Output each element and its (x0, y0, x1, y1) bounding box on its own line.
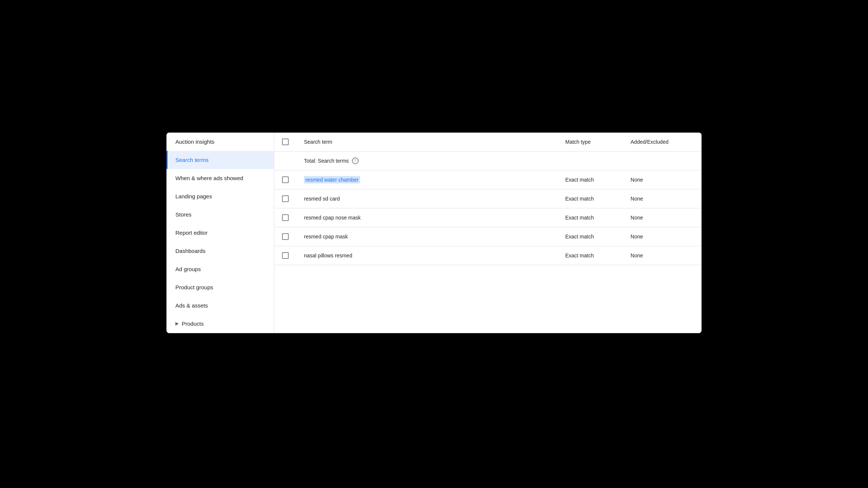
table-row: resmed cpap maskExact matchNone (274, 227, 702, 246)
sidebar-item-stores[interactable]: Stores (166, 205, 274, 224)
select-all-checkbox[interactable] (282, 139, 289, 145)
sidebar-item-label-landing-pages: Landing pages (175, 192, 212, 200)
total-row: Total: Search terms ? (274, 152, 702, 170)
search-term-cell-4: nasal pillows resmed (297, 246, 558, 265)
sidebar-item-label-when-where-ads: When & where ads showed (175, 174, 243, 182)
row-checkbox-4[interactable] (282, 252, 289, 259)
total-added-excluded-cell (623, 152, 702, 170)
total-match-type-cell (558, 152, 623, 170)
sidebar-item-product-groups[interactable]: Product groups (166, 278, 274, 296)
sidebar: Auction insightsSearch termsWhen & where… (166, 133, 274, 333)
sidebar-item-auction-insights[interactable]: Auction insights (166, 133, 274, 151)
row-checkbox-1[interactable] (282, 195, 289, 202)
match-type-cell-3: Exact match (558, 227, 623, 246)
search-term-cell-3: resmed cpap mask (297, 227, 558, 246)
search-term-highlighted: resmed water chamber (304, 176, 360, 183)
help-icon[interactable]: ? (352, 157, 359, 164)
sidebar-item-when-where-ads[interactable]: When & where ads showed (166, 169, 274, 187)
row-checkbox-2[interactable] (282, 214, 289, 221)
row-checkbox-cell-2 (274, 208, 297, 227)
sidebar-item-report-editor[interactable]: Report editor (166, 224, 274, 242)
search-term-column-header: Search term (297, 133, 558, 152)
match-type-cell-4: Exact match (558, 246, 623, 265)
search-term-cell-0: resmed water chamber (297, 170, 558, 189)
total-checkbox-cell (274, 152, 297, 170)
search-term-cell-2: resmed cpap nose mask (297, 208, 558, 227)
sidebar-item-landing-pages[interactable]: Landing pages (166, 187, 274, 205)
search-term-cell-1: resmed sd card (297, 189, 558, 208)
sidebar-item-label-auction-insights: Auction insights (175, 138, 214, 146)
sidebar-item-label-dashboards: Dashboards (175, 247, 205, 255)
row-checkbox-cell-1 (274, 189, 297, 208)
table-row: nasal pillows resmedExact matchNone (274, 246, 702, 265)
total-label-cell: Total: Search terms ? (297, 152, 558, 170)
sidebar-item-ad-groups[interactable]: Ad groups (166, 260, 274, 278)
row-checkbox-3[interactable] (282, 233, 289, 240)
added-excluded-cell-0: None (623, 170, 702, 189)
sidebar-item-ads-assets[interactable]: Ads & assets (166, 296, 274, 315)
added-excluded-cell-3: None (623, 227, 702, 246)
sidebar-item-label-stores: Stores (175, 211, 191, 218)
sidebar-item-label-ads-assets: Ads & assets (175, 302, 208, 309)
search-terms-table: Search term Match type Added/Excluded To… (274, 133, 702, 265)
added-excluded-column-header: Added/Excluded (623, 133, 702, 152)
sidebar-item-label-ad-groups: Ad groups (175, 265, 201, 273)
row-checkbox-cell-3 (274, 227, 297, 246)
table-row: resmed sd cardExact matchNone (274, 189, 702, 208)
match-type-column-header: Match type (558, 133, 623, 152)
row-checkbox-cell-0 (274, 170, 297, 189)
sidebar-item-dashboards[interactable]: Dashboards (166, 242, 274, 260)
table-row: resmed water chamberExact matchNone (274, 170, 702, 189)
sidebar-item-products[interactable]: ▶Products (166, 315, 274, 333)
row-checkbox-0[interactable] (282, 176, 289, 183)
match-type-cell-2: Exact match (558, 208, 623, 227)
main-window: Auction insightsSearch termsWhen & where… (166, 133, 702, 333)
sidebar-item-label-products: Products (182, 320, 204, 328)
checkbox-header (274, 133, 297, 152)
table-row: resmed cpap nose maskExact matchNone (274, 208, 702, 227)
sidebar-item-label-product-groups: Product groups (175, 283, 213, 291)
main-content: Search term Match type Added/Excluded To… (274, 133, 702, 333)
added-excluded-cell-4: None (623, 246, 702, 265)
added-excluded-cell-1: None (623, 189, 702, 208)
row-checkbox-cell-4 (274, 246, 297, 265)
expand-icon: ▶ (175, 321, 179, 327)
sidebar-item-label-search-terms: Search terms (175, 156, 208, 164)
match-type-cell-0: Exact match (558, 170, 623, 189)
added-excluded-cell-2: None (623, 208, 702, 227)
match-type-cell-1: Exact match (558, 189, 623, 208)
sidebar-item-search-terms[interactable]: Search terms (166, 151, 274, 169)
sidebar-item-label-report-editor: Report editor (175, 229, 208, 237)
total-label-text: Total: Search terms (304, 158, 349, 164)
